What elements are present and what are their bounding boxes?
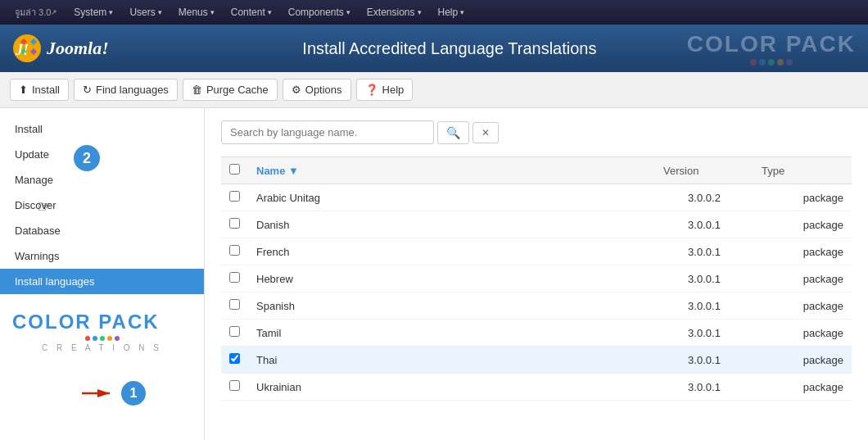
row-checkbox-cell [221, 265, 248, 293]
users-arrow: ▾ [158, 8, 162, 16]
install-icon: ⬆ [19, 84, 28, 96]
row-type: package [753, 265, 852, 293]
select-all-checkbox[interactable] [229, 164, 240, 175]
row-name: Ukrainian [248, 374, 655, 401]
sidebar-creations-text: C R E A T I O N S [12, 343, 192, 352]
sidebar-dot-red [85, 336, 90, 341]
row-type: package [753, 211, 852, 238]
install-button[interactable]: ⬆ Install [10, 79, 69, 101]
table-row: Thai 3.0.0.1 package [221, 347, 852, 374]
row-checkbox-cell [221, 184, 248, 211]
page-header: J! Joomla! Install Accredited Language T… [0, 25, 868, 72]
row-checkbox-cell [221, 320, 248, 347]
sidebar-colorpack-text: COLOR PACK [12, 311, 192, 333]
row-type: package [753, 320, 852, 347]
row-checkbox[interactable] [229, 272, 240, 283]
nav-components[interactable]: Components ▾ [280, 0, 359, 25]
nav-content[interactable]: Content ▾ [223, 0, 280, 25]
colorpack-watermark: COLOR PACK [687, 31, 856, 66]
row-type: package [753, 238, 852, 265]
search-button[interactable]: 🔍 [437, 121, 469, 144]
table-row: Tamil 3.0.0.1 package [221, 320, 852, 347]
sidebar-database[interactable]: Database [0, 218, 204, 243]
main-layout: Install Update Manage Discover Database … [0, 108, 868, 440]
arrow-right-icon [82, 385, 115, 401]
components-arrow: ▾ [346, 8, 350, 16]
content-area: 🔍 ✕ Name ▼ Version [205, 108, 868, 440]
row-name: Thai [248, 347, 655, 374]
row-checkbox[interactable] [229, 299, 240, 310]
dot-blue [759, 59, 766, 66]
page-title: Install Accredited Language Translations [125, 39, 774, 58]
nav-system[interactable]: System ▾ [66, 0, 121, 25]
purge-cache-button[interactable]: 🗑 Purge Cache [183, 79, 278, 101]
row-name: French [248, 238, 655, 265]
colorpack-dots [687, 59, 856, 66]
th-name[interactable]: Name ▼ [248, 157, 655, 184]
badge-1: 1 [121, 381, 146, 406]
sidebar-install[interactable]: Install [0, 116, 204, 142]
row-version: 3.0.0.1 [655, 347, 753, 374]
table-row: Danish 3.0.0.1 package [221, 211, 852, 238]
refresh-icon: ↻ [83, 84, 92, 96]
annotation-1: 1 [82, 381, 146, 406]
dot-purple [786, 59, 793, 66]
row-version: 3.0.0.1 [655, 293, 753, 320]
row-checkbox[interactable] [229, 191, 240, 202]
row-type: package [753, 184, 852, 211]
row-name: Tamil [248, 320, 655, 347]
row-checkbox[interactable] [229, 353, 240, 364]
sidebar-discover[interactable]: Discover [0, 193, 204, 218]
joomla-version[interactable]: จูมล่า 3.0↗ [7, 0, 66, 25]
sidebar-install-languages[interactable]: Install languages [0, 269, 204, 294]
dot-orange [777, 59, 784, 66]
th-version: Version [655, 157, 753, 184]
row-version: 3.0.0.1 [655, 238, 753, 265]
row-name: Arabic Unitag [248, 184, 655, 211]
nav-help[interactable]: Help ▾ [430, 0, 473, 25]
sidebar: Install Update Manage Discover Database … [0, 108, 205, 440]
row-checkbox[interactable] [229, 218, 240, 229]
sidebar-manage[interactable]: Manage [0, 167, 204, 193]
table-row: Ukrainian 3.0.0.1 package [221, 374, 852, 401]
search-bar: 🔍 ✕ [221, 120, 852, 144]
joomla-logo-icon: J! [12, 34, 42, 63]
search-input[interactable] [221, 120, 434, 144]
question-icon: ❓ [365, 84, 378, 96]
options-button[interactable]: ⚙ Options [283, 79, 351, 101]
content-arrow: ▾ [268, 8, 272, 16]
th-checkbox [221, 157, 248, 184]
sidebar-colorpack-logo: COLOR PACK C R E A T I O N S [0, 294, 204, 356]
table-row: Hebrew 3.0.0.1 package [221, 265, 852, 293]
clear-icon: ✕ [481, 127, 490, 138]
menus-arrow: ▾ [210, 8, 215, 16]
nav-extensions[interactable]: Extensions ▾ [359, 0, 430, 25]
language-table: Name ▼ Version Type Arabic Unitag 3.0.0.… [221, 156, 852, 401]
badge-2: 2 [74, 145, 100, 171]
sidebar-warnings[interactable]: Warnings [0, 243, 204, 269]
search-clear-button[interactable]: ✕ [472, 122, 499, 143]
help-arrow: ▾ [460, 8, 464, 16]
nav-menus[interactable]: Menus ▾ [170, 0, 223, 25]
help-button[interactable]: ❓ Help [356, 79, 414, 101]
row-type: package [753, 293, 852, 320]
sidebar-dot-blue [93, 336, 97, 341]
row-checkbox[interactable] [229, 245, 240, 256]
sidebar-update[interactable]: Update [0, 142, 204, 167]
row-checkbox[interactable] [229, 380, 240, 391]
sidebar-dot-orange [107, 336, 112, 341]
colorpack-text: COLOR PACK [687, 31, 856, 57]
joomla-logo-text: Joomla! [47, 38, 109, 59]
nav-users[interactable]: Users ▾ [121, 0, 170, 25]
row-version: 3.0.0.1 [655, 265, 753, 293]
row-version: 3.0.0.1 [655, 211, 753, 238]
svg-text:J!: J! [15, 42, 29, 58]
row-type: package [753, 347, 852, 374]
find-languages-button[interactable]: ↻ Find languages [74, 79, 178, 101]
annotation-area-1: 1 [0, 356, 204, 397]
row-checkbox[interactable] [229, 326, 240, 337]
gear-icon: ⚙ [292, 84, 301, 96]
top-navigation: จูมล่า 3.0↗ System ▾ Users ▾ Menus ▾ Con… [0, 0, 868, 25]
row-checkbox-cell [221, 211, 248, 238]
row-name: Spanish [248, 293, 655, 320]
